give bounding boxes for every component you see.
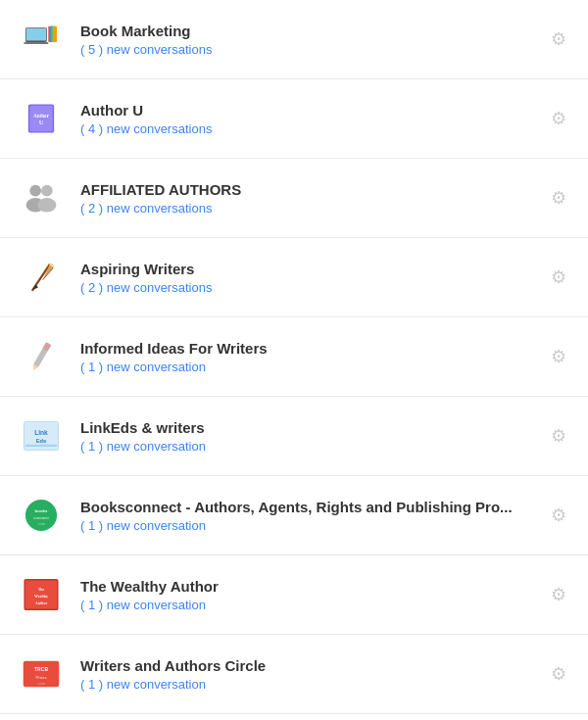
avatar (16, 172, 67, 223)
avatar (16, 14, 67, 65)
gear-icon: ⚙ (551, 584, 566, 605)
svg-text:TRCB: TRCB (34, 666, 49, 672)
avatar: TRCB Press .com (16, 648, 67, 699)
new-conversations-count: ( 2 ) new conversations (80, 280, 545, 295)
svg-text:Link: Link (34, 429, 48, 436)
new-conversations-count: ( 1 ) new conversation (80, 677, 545, 692)
settings-button[interactable]: ⚙ (545, 422, 572, 450)
avatar (16, 331, 67, 382)
settings-button[interactable]: ⚙ (545, 184, 572, 212)
avatar: Author U (16, 93, 67, 144)
avatar (16, 252, 67, 303)
new-conversations-count: ( 1 ) new conversation (80, 598, 545, 612)
list-item[interactable]: TRCB Press .com Writers and Authors Circ… (0, 635, 588, 714)
svg-text:Press: Press (35, 675, 47, 680)
settings-button[interactable]: ⚙ (545, 502, 572, 529)
new-conversations-count: ( 4 ) new conversations (80, 121, 545, 136)
avatar: Link Eds (16, 410, 67, 461)
group-content: AFFILIATED AUTHORS ( 2 ) new conversatio… (80, 180, 545, 216)
svg-point-11 (29, 185, 41, 197)
svg-text:U: U (39, 119, 44, 125)
gear-icon: ⚙ (551, 266, 566, 288)
list-item[interactable]: Author U Author U ( 4 ) new conversation… (0, 79, 588, 159)
svg-rect-22 (25, 445, 57, 447)
svg-point-12 (41, 185, 53, 197)
new-conversations-count: ( 5 ) new conversations (80, 42, 545, 57)
group-content: Book Marketing ( 5 ) new conversations (80, 22, 545, 58)
group-content: The Wealthy Author ( 1 ) new conversatio… (80, 577, 545, 613)
group-name: AFFILIATED AUTHORS (80, 180, 545, 200)
settings-button[interactable]: ⚙ (545, 105, 572, 132)
new-conversations-count: ( 1 ) new conversation (80, 360, 545, 374)
gear-icon: ⚙ (551, 663, 566, 685)
list-item[interactable]: Book Marketing ( 5 ) new conversations ⚙ (0, 0, 588, 79)
gear-icon: ⚙ (551, 28, 566, 50)
list-item[interactable]: The Wealthy Author The Wealthy Author ( … (0, 555, 588, 635)
group-name: Informed Ideas For Writers (80, 339, 545, 359)
group-content: Informed Ideas For Writers ( 1 ) new con… (80, 339, 545, 375)
list-item[interactable]: AFFILIATED AUTHORS ( 2 ) new conversatio… (0, 159, 588, 238)
gear-icon: ⚙ (551, 346, 566, 367)
list-item[interactable]: Informed Ideas For Writers ( 1 ) new con… (0, 317, 588, 397)
settings-button[interactable]: ⚙ (545, 25, 572, 53)
group-name: The Wealthy Author (80, 577, 545, 597)
group-name: Book Marketing (80, 22, 545, 41)
avatar: books connect .com (16, 490, 67, 541)
list-item[interactable]: Link Eds LinkEds & writers ( 1 ) new con… (0, 397, 588, 476)
svg-rect-2 (24, 42, 48, 44)
group-content: Writers and Authors Circle ( 1 ) new con… (80, 656, 545, 693)
group-content: Booksconnect - Authors, Agents, Rights a… (80, 498, 545, 534)
svg-text:connect: connect (33, 515, 49, 520)
group-name: LinkEds & writers (80, 418, 545, 438)
group-content: Aspiring Writers ( 2 ) new conversations (80, 260, 545, 296)
settings-button[interactable]: ⚙ (545, 660, 572, 688)
svg-text:Eds: Eds (36, 438, 47, 444)
new-conversations-count: ( 2 ) new conversations (80, 201, 545, 216)
group-name: Aspiring Writers (80, 260, 545, 279)
gear-icon: ⚙ (551, 504, 566, 526)
group-content: Author U ( 4 ) new conversations (80, 101, 545, 137)
settings-button[interactable]: ⚙ (545, 581, 572, 608)
svg-text:The: The (38, 587, 45, 592)
svg-text:Author: Author (35, 600, 48, 605)
new-conversations-count: ( 1 ) new conversation (80, 518, 545, 533)
svg-text:.com: .com (37, 682, 45, 686)
avatar: The Wealthy Author (16, 569, 67, 620)
svg-text:Wealthy: Wealthy (34, 594, 48, 599)
svg-text:.com: .com (37, 522, 45, 526)
svg-rect-6 (53, 26, 57, 42)
group-name: Writers and Authors Circle (80, 656, 545, 676)
svg-text:Author: Author (33, 113, 50, 119)
svg-point-14 (37, 198, 56, 213)
list-item[interactable]: books connect .com Booksconnect - Author… (0, 476, 588, 555)
svg-text:books: books (35, 508, 48, 513)
gear-icon: ⚙ (551, 425, 566, 447)
list-item[interactable]: Aspiring Writers ( 2 ) new conversations… (0, 238, 588, 317)
group-name: Booksconnect - Authors, Agents, Rights a… (80, 498, 545, 517)
gear-icon: ⚙ (551, 108, 566, 129)
svg-rect-1 (26, 28, 46, 40)
new-conversations-count: ( 1 ) new conversation (80, 439, 545, 454)
group-name: Author U (80, 101, 545, 120)
settings-button[interactable]: ⚙ (545, 343, 572, 370)
group-content: LinkEds & writers ( 1 ) new conversation (80, 418, 545, 455)
settings-button[interactable]: ⚙ (545, 264, 572, 291)
gear-icon: ⚙ (551, 187, 566, 209)
